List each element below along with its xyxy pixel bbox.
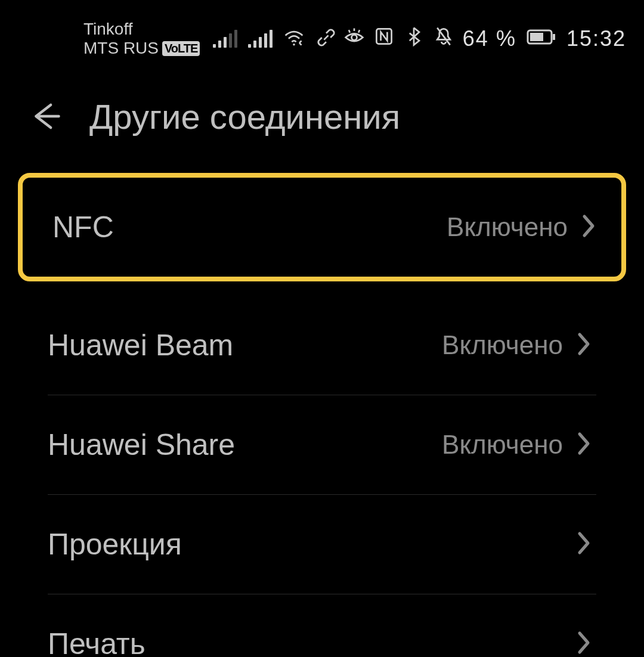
status-bar: Tinkoff MTS RUS VoLTE 64: [0, 0, 644, 66]
settings-row-projection[interactable]: Проекция: [48, 495, 596, 594]
eye-icon: [343, 26, 365, 52]
status-carriers: Tinkoff MTS RUS VoLTE: [18, 20, 200, 58]
settings-list: Huawei Beam Включено Huawei Share Включе…: [0, 296, 644, 657]
page-title: Другие соединения: [89, 97, 400, 137]
battery-icon: [525, 26, 558, 51]
link-icon: [315, 27, 337, 51]
row-label: Проекция: [48, 527, 182, 562]
row-value: Включено: [447, 212, 568, 242]
volte-badge: VoLTE: [162, 41, 200, 56]
mute-icon: [433, 26, 454, 52]
svg-rect-5: [530, 33, 543, 41]
settings-row-beam[interactable]: Huawei Beam Включено: [48, 296, 596, 395]
carrier-2: MTS RUS: [83, 39, 159, 58]
row-value: Включено: [442, 330, 563, 360]
chevron-right-icon: [575, 630, 593, 657]
svg-point-1: [351, 35, 357, 40]
chevron-right-icon: [575, 530, 593, 559]
settings-row-share[interactable]: Huawei Share Включено: [48, 395, 596, 495]
chevron-right-icon: [575, 430, 593, 459]
battery-percent: 64 %: [463, 26, 516, 51]
svg-rect-4: [553, 34, 555, 40]
carrier-1: Tinkoff: [83, 20, 200, 39]
nfc-icon: [373, 26, 395, 52]
highlight-annotation: NFC Включено: [18, 173, 626, 281]
chevron-right-icon: [580, 213, 597, 241]
status-signal-group: [213, 27, 337, 51]
svg-point-0: [293, 44, 295, 46]
row-label: Huawei Beam: [48, 328, 233, 362]
back-button[interactable]: [24, 95, 66, 137]
signal-icon: [213, 30, 237, 48]
settings-row-nfc[interactable]: NFC Включено: [23, 178, 621, 277]
signal-icon: [248, 30, 273, 48]
row-value: Включено: [442, 430, 563, 460]
page-header: Другие соединения: [0, 66, 644, 161]
settings-row-print[interactable]: Печать: [48, 594, 596, 657]
row-label: Печать: [48, 627, 145, 657]
wifi-icon: [283, 27, 305, 51]
bluetooth-icon: [403, 26, 425, 52]
row-label: Huawei Share: [48, 427, 235, 462]
row-label: NFC: [52, 210, 114, 244]
clock: 15:32: [566, 26, 626, 51]
status-right-group: 64 % 15:32: [343, 26, 626, 52]
chevron-right-icon: [575, 331, 593, 360]
